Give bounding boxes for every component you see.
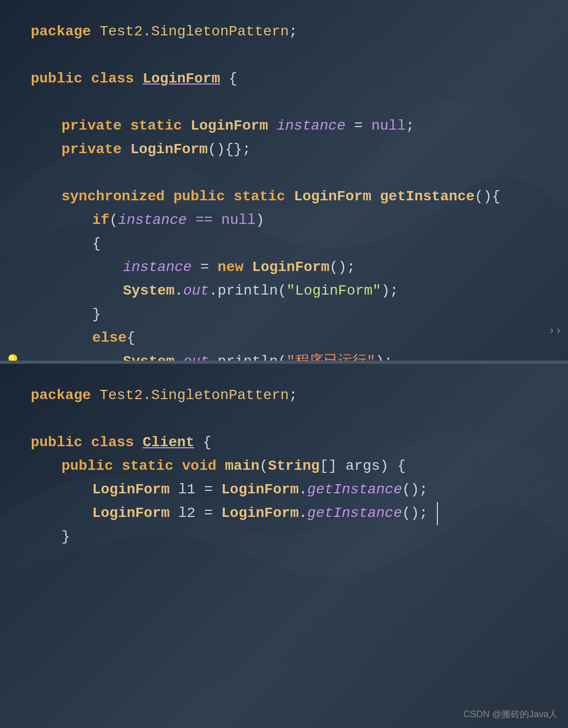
line-close-main: } (31, 526, 568, 549)
watermark: CSDN @搬砖的Java人 (464, 707, 558, 722)
kw-class-client: class (91, 431, 134, 454)
string-running: "程序已运行" (286, 350, 375, 364)
code-panel-1: package Test2.SingletonPattern ; public … (0, 0, 568, 364)
line-sysout-loginform: System . out .println( "LoginForm" ); (31, 280, 568, 303)
out-italic-2: out (183, 350, 209, 364)
kw-if: if (92, 209, 110, 232)
var-instance-1: instance (277, 115, 345, 138)
line-else-stmt: else { (31, 327, 568, 350)
type-loginform-1: LoginForm (191, 115, 268, 138)
method-main: main (225, 455, 259, 478)
keyword-package-2: package (31, 384, 91, 407)
line-constructor: private LoginForm (){}; (31, 138, 568, 162)
class-name-loginform: LoginForm (142, 68, 220, 91)
kw-null-2: null (221, 209, 256, 232)
kw-public-1: public (31, 68, 82, 91)
line-package-1: package Test2.SingletonPattern ; (31, 20, 568, 44)
type-loginform-l1-call: LoginForm (221, 479, 299, 502)
line-package-2: package Test2.SingletonPattern ; (31, 384, 568, 408)
kw-else: else (92, 327, 127, 350)
kw-static-main: static (122, 455, 174, 478)
scroll-arrow-icon: ›› (549, 322, 562, 340)
line-field-instance: private static LoginForm instance = null… (31, 115, 568, 138)
line-class-decl-2: public class Client { (31, 431, 568, 455)
line-l2-assign: LoginForm l2 = LoginForm . getInstance (… (31, 502, 568, 526)
kw-private-1: private (61, 115, 122, 138)
keyword-package: package (31, 20, 91, 44)
var-instance-assign: instance (123, 256, 192, 279)
code-block-1: package Test2.SingletonPattern ; public … (0, 0, 568, 364)
cursor-caret (428, 502, 438, 525)
package-name-2: Test2.SingletonPattern (99, 384, 289, 407)
var-instance-if: instance (118, 209, 186, 232)
line-close-brace-1: } (31, 303, 568, 327)
out-italic-1: out (183, 280, 209, 303)
line-method-sig: synchronized public static LoginForm get… (31, 185, 568, 209)
kw-private-2: private (61, 138, 122, 161)
type-loginform-l2: LoginForm (92, 502, 170, 525)
type-string: String (268, 455, 320, 478)
class-name-client: Client (142, 431, 194, 454)
type-system-2: System (123, 350, 175, 364)
type-loginform-return: LoginForm (294, 185, 371, 209)
kw-null-1: null (371, 115, 406, 138)
kw-public-client: public (31, 431, 82, 454)
method-getinstance-l1: getInstance (307, 479, 402, 502)
line-sysout-running: 💡 System . out .println( "程序已运行" ); (31, 350, 568, 364)
code-panel-2: package Test2.SingletonPattern ; public … (0, 364, 568, 728)
package-name-1: Test2.SingletonPattern (99, 20, 289, 44)
type-loginform-new: LoginForm (252, 256, 329, 279)
line-assign-instance: instance = new LoginForm (); (31, 256, 568, 280)
method-getinstance: getInstance (380, 185, 475, 209)
kw-static-1: static (130, 115, 182, 138)
line-if-stmt: if ( instance == null ) (31, 209, 568, 233)
method-getinstance-l2: getInstance (307, 502, 402, 525)
line-class-decl-1: public class LoginForm { (31, 68, 568, 91)
kw-void-main: void (182, 455, 216, 478)
line-main-sig: public static void main ( String [] args… (31, 455, 568, 479)
bulb-icon: 💡 (5, 352, 20, 364)
line-blank-1 (31, 44, 568, 68)
kw-public-main: public (61, 455, 113, 478)
kw-eq: == (196, 209, 213, 232)
kw-synchronized: synchronized (61, 185, 165, 209)
line-blank-3 (31, 162, 568, 185)
kw-new: new (218, 256, 243, 279)
type-system-1: System (123, 280, 175, 303)
kw-class-1: class (91, 68, 134, 91)
type-loginform-l2-call: LoginForm (221, 502, 299, 525)
line-blank-2 (31, 91, 568, 115)
line-l1-assign: LoginForm l1 = LoginForm . getInstance (… (31, 479, 568, 502)
line-blank-p2-1 (31, 408, 568, 431)
string-loginform: "LoginForm" (286, 280, 381, 303)
code-block-2: package Test2.SingletonPattern ; public … (0, 364, 568, 570)
type-loginform-constructor: LoginForm (130, 138, 207, 161)
type-loginform-l1: LoginForm (92, 479, 170, 502)
kw-public-2: public (173, 185, 225, 209)
line-open-brace-1: { (31, 233, 568, 256)
kw-static-2: static (234, 185, 285, 209)
